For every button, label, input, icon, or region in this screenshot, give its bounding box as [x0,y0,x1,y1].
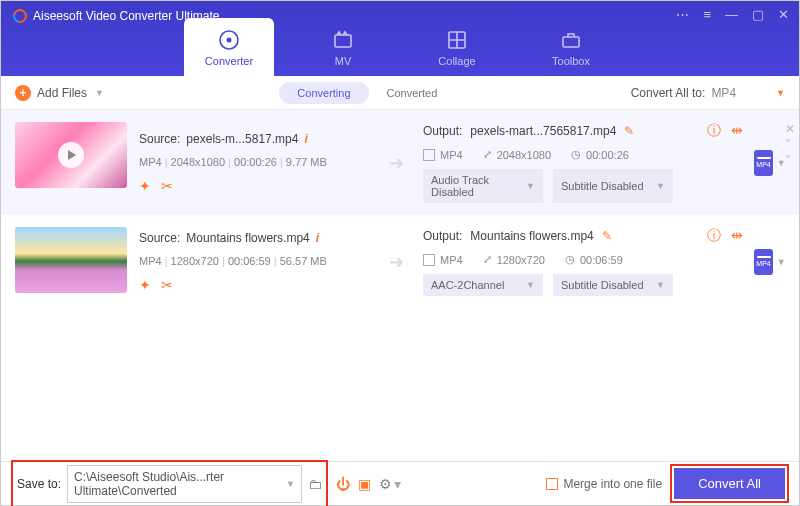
format-badge-icon: MP4 [754,249,772,275]
output-filename: Mountains flowers.mp4 [470,229,593,243]
source-info: Source: pexels-m...5817.mp4 i MP42048x10… [139,122,369,203]
info-icon[interactable]: i [304,132,307,146]
chevron-down-icon: ▼ [656,280,665,290]
output-label: Output: [423,229,462,243]
rename-icon[interactable]: ✎ [624,124,634,138]
chevron-down-icon: ▼ [286,479,295,489]
subtitle-select[interactable]: Subtitle Disabled▼ [553,169,673,203]
compress-icon[interactable]: ⇹ [731,122,743,140]
tab-collage[interactable]: Collage [412,18,502,76]
open-folder-icon[interactable]: 🗀 [308,476,322,492]
track-dropdowns: Audio Track Disabled▼ Subtitle Disabled▼ [423,169,743,203]
resize-icon: ⤢ [483,253,492,266]
info-output-icon[interactable]: ⓘ [707,227,721,245]
menu-icon[interactable]: ≡ [703,7,711,22]
seg-converted[interactable]: Converted [369,82,456,104]
toolbar: + Add Files ▼ Converting Converted Conve… [1,76,799,110]
subtitle-select[interactable]: Subtitle Disabled▼ [553,274,673,296]
file-item[interactable]: Source: Mountains flowers.mp4 i MP41280x… [1,215,799,308]
cut-icon[interactable]: ✂ [161,178,173,194]
app-window: Aiseesoft Video Converter Ultimate ⋯ ≡ —… [0,0,800,506]
mv-icon [331,28,355,52]
out-duration: ◷00:00:26 [571,148,629,161]
move-down-icon[interactable]: ˅ [785,154,795,168]
convert-all-format-select[interactable]: MP4 ▼ [711,86,785,100]
video-icon [423,254,435,266]
arrow-icon: ➜ [381,122,411,203]
window-actions: ⋯ ≡ — ▢ ✕ [676,7,789,22]
task-segmented: Converting Converted [279,82,455,104]
minimize-icon[interactable]: — [725,7,738,22]
item-side-controls: ✕ ˄ ˅ [785,122,795,168]
out-resolution: ⤢2048x1080 [483,148,551,161]
source-meta: MP41280x72000:06:5956.57 MB [139,255,369,267]
audio-track-select[interactable]: AAC-2Channel▼ [423,274,543,296]
svg-rect-4 [563,37,579,47]
tab-collage-label: Collage [438,55,475,67]
top-tabs: Converter MV Collage Toolbox [184,18,616,76]
maximize-icon[interactable]: ▢ [752,7,764,22]
output-actions: ⓘ ⇹ [707,227,743,245]
toolbox-icon [559,28,583,52]
output-format-button[interactable]: MP4 ▼ [755,227,785,296]
tab-mv[interactable]: MV [298,18,388,76]
file-item[interactable]: Source: pexels-m...5817.mp4 i MP42048x10… [1,110,799,215]
play-icon[interactable] [58,142,84,168]
tab-toolbox[interactable]: Toolbox [526,18,616,76]
move-up-icon[interactable]: ˄ [785,138,795,152]
save-to-group: Save to: C:\Aiseesoft Studio\Ais...rter … [11,460,328,507]
info-output-icon[interactable]: ⓘ [707,122,721,140]
cut-icon[interactable]: ✂ [161,277,173,293]
resize-icon: ⤢ [483,148,492,161]
video-icon [423,149,435,161]
close-icon[interactable]: ✕ [778,7,789,22]
gpu-accel-icon[interactable]: ⏻ [336,476,350,492]
info-icon[interactable]: i [316,231,319,245]
tab-converter-label: Converter [205,55,253,67]
source-size: 56.57 MB [271,255,327,267]
merge-checkbox[interactable]: Merge into one file [546,477,662,491]
video-thumbnail[interactable] [15,122,127,188]
source-duration: 00:00:26 [225,156,277,168]
source-info: Source: Mountains flowers.mp4 i MP41280x… [139,227,369,296]
output-format-button[interactable]: MP4 ▼ [755,122,785,203]
audio-track-select[interactable]: Audio Track Disabled▼ [423,169,543,203]
source-filename: Mountains flowers.mp4 [186,231,309,245]
add-files-button[interactable]: + Add Files ▼ [15,85,104,101]
seg-converting[interactable]: Converting [279,82,368,104]
output-row: Output: Mountains flowers.mp4 ✎ ⓘ ⇹ [423,227,743,245]
save-to-label: Save to: [17,477,61,491]
output-filename: pexels-mart...7565817.mp4 [470,124,616,138]
enhance-icon[interactable]: ✦ [139,178,151,194]
out-resolution: ⤢1280x720 [483,253,545,266]
compress-icon[interactable]: ⇹ [731,227,743,245]
merge-label: Merge into one file [563,477,662,491]
output-info: Output: Mountains flowers.mp4 ✎ ⓘ ⇹ MP4 … [423,227,743,296]
rename-icon[interactable]: ✎ [602,229,612,243]
out-format: MP4 [423,149,463,161]
video-thumbnail[interactable] [15,227,127,293]
source-size: 9.77 MB [277,156,327,168]
footer-bar: Save to: C:\Aiseesoft Studio\Ais...rter … [1,461,799,505]
feedback-icon[interactable]: ⋯ [676,7,689,22]
remove-item-icon[interactable]: ✕ [785,122,795,136]
header-bar: Aiseesoft Video Converter Ultimate ⋯ ≡ —… [1,1,799,76]
edit-tools: ✦ ✂ [139,277,369,293]
enhance-icon[interactable]: ✦ [139,277,151,293]
source-format: MP4 [139,156,162,168]
output-row: Output: pexels-mart...7565817.mp4 ✎ ⓘ ⇹ [423,122,743,140]
clock-icon: ◷ [571,148,581,161]
convert-all-to: Convert All to: MP4 ▼ [631,86,785,100]
convert-all-button[interactable]: Convert All [674,468,785,499]
save-path-select[interactable]: C:\Aiseesoft Studio\Ais...rter Ultimate\… [67,465,302,503]
chevron-down-icon: ▼ [776,88,785,98]
out-format: MP4 [423,254,463,266]
settings-icon[interactable]: ⚙▾ [379,476,401,492]
edit-tools: ✦ ✂ [139,178,369,194]
output-label: Output: [423,124,462,138]
high-speed-icon[interactable]: ▣ [358,476,371,492]
footer-tools: ⏻ ▣ ⚙▾ [336,476,401,492]
tab-converter[interactable]: Converter [184,18,274,76]
source-format: MP4 [139,255,162,267]
source-resolution: 2048x1080 [162,156,225,168]
